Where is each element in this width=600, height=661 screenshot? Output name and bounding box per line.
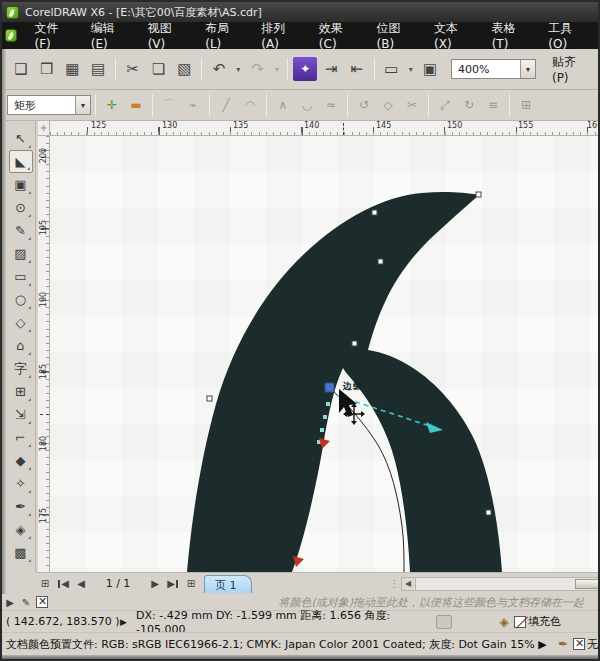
zoom-tool[interactable]: ⊙: [9, 196, 33, 219]
add-page-icon[interactable]: ⊞: [36, 575, 54, 593]
add-page-icon[interactable]: ⊞: [182, 575, 200, 593]
basic-shapes-tool[interactable]: ⌂: [9, 334, 33, 357]
add-node-icon[interactable]: ✛: [101, 94, 123, 116]
align-nodes-icon[interactable]: ≡: [482, 94, 504, 116]
print-icon[interactable]: ▤: [86, 57, 110, 81]
path-node[interactable]: [372, 210, 377, 215]
ruler-label: 195: [39, 220, 48, 236]
smooth-node-icon[interactable]: ◡: [296, 94, 318, 116]
shape-right-lobe: [343, 350, 502, 572]
last-page-button[interactable]: ▶: [164, 575, 182, 593]
scroll-left-icon[interactable]: ◀: [402, 578, 416, 590]
copy-icon[interactable]: ❏: [147, 57, 171, 81]
chevron-down-icon[interactable]: ▾: [520, 60, 535, 78]
crop-tool[interactable]: ▣: [9, 173, 33, 196]
reverse-direction-icon[interactable]: ↺: [353, 94, 375, 116]
expand-icon[interactable]: ▶: [2, 597, 18, 608]
status-bar: ( 142.672, 183.570 ) ▶ DX: -.429 mm DY: …: [2, 610, 598, 632]
preset-combo[interactable]: 矩形 ▾: [7, 95, 91, 115]
rotate-nodes-icon[interactable]: ↻: [458, 94, 480, 116]
outline-color-swatch[interactable]: [573, 638, 585, 650]
convert-to-curve-icon[interactable]: ◠: [239, 94, 261, 116]
separator: [347, 94, 348, 116]
path-node[interactable]: [486, 510, 491, 515]
polygon-tool[interactable]: ◇: [9, 311, 33, 334]
search-content-icon[interactable]: ✦: [293, 57, 317, 81]
stretch-nodes-icon[interactable]: ⤢: [434, 94, 456, 116]
cut-icon[interactable]: ✂: [121, 57, 145, 81]
ruler-origin[interactable]: ✛: [38, 121, 50, 136]
corel-draw-window: CorelDRAW X6 - [E:\其它00\百度素材\AS.cdr] 文件(…: [0, 0, 600, 661]
chevron-down-icon[interactable]: ▾: [75, 96, 90, 114]
outline-pen-tool[interactable]: ✒: [9, 495, 33, 518]
path-node[interactable]: [378, 259, 383, 264]
smart-fill-tool[interactable]: ▨: [9, 242, 33, 265]
separator: [201, 58, 202, 80]
ruler-label: 185: [39, 364, 48, 380]
interactive-fill-tool[interactable]: ▩: [9, 541, 33, 564]
delete-node-icon[interactable]: ▬: [125, 94, 147, 116]
close-curve-icon[interactable]: ◇: [377, 94, 399, 116]
ruler-label: 135: [233, 121, 248, 130]
outline-color-label: 无: [587, 637, 598, 652]
expand-icon[interactable]: ▶: [120, 617, 136, 627]
scrollbar-thumb[interactable]: [575, 579, 599, 589]
scrollbar-divider[interactable]: ⋮: [390, 578, 400, 589]
text-tool[interactable]: 字: [9, 357, 33, 380]
horizontal-ruler[interactable]: 125 130 135 140 145 150 155 160: [50, 121, 600, 136]
paste-icon[interactable]: ▧: [172, 57, 196, 81]
table-tool[interactable]: ⊞: [9, 380, 33, 403]
welcome-screen-icon[interactable]: ▣: [418, 57, 442, 81]
vertical-ruler[interactable]: 200 195 190 185 180 175: [38, 136, 50, 572]
next-page-button[interactable]: ▶: [146, 575, 164, 593]
fill-color-swatch[interactable]: [514, 616, 526, 628]
eyedropper-icon[interactable]: ✎: [18, 597, 34, 608]
symmetric-node-icon[interactable]: ≈: [320, 94, 342, 116]
join-nodes-icon[interactable]: ⌒: [158, 94, 180, 116]
ruler-label: 190: [39, 292, 48, 308]
cusp-node-icon[interactable]: ∧: [272, 94, 294, 116]
import-icon[interactable]: ⇥: [319, 57, 343, 81]
path-node[interactable]: [207, 396, 212, 401]
eyedropper-tool[interactable]: ✧: [9, 472, 33, 495]
convert-to-line-icon[interactable]: ╱: [215, 94, 237, 116]
undo-dropdown-icon[interactable]: ▾: [233, 57, 244, 81]
path-node[interactable]: [352, 341, 357, 346]
selected-node[interactable]: [325, 383, 334, 392]
shape-tool[interactable]: ◣: [9, 150, 33, 173]
fill-tool[interactable]: ◈: [9, 518, 33, 541]
extract-subpath-icon[interactable]: ✂: [401, 94, 423, 116]
undo-icon[interactable]: ↶: [207, 57, 231, 81]
launcher-dropdown-icon[interactable]: ▾: [405, 57, 416, 81]
application-launcher-icon[interactable]: ▭: [380, 57, 404, 81]
save-icon[interactable]: ▦: [60, 57, 84, 81]
snap-to-button[interactable]: 贴齐(P): [546, 51, 598, 88]
zoom-level-combo[interactable]: 400% ▾: [451, 59, 536, 79]
page-indicator: 1 / 1: [90, 577, 146, 590]
node-tooltip-label: 边缘: [343, 380, 363, 393]
first-page-button[interactable]: ◀: [54, 575, 72, 593]
ruler-label: 155: [518, 121, 533, 130]
freehand-tool[interactable]: ✎: [9, 219, 33, 242]
rectangle-tool[interactable]: ▭: [9, 265, 33, 288]
new-icon[interactable]: ❑: [9, 57, 33, 81]
pick-tool[interactable]: ↖: [9, 127, 33, 150]
previous-page-button[interactable]: ◀: [72, 575, 90, 593]
export-icon[interactable]: ⇤: [345, 57, 369, 81]
ruler-label: 130: [162, 121, 177, 130]
connector-tool[interactable]: ⌐: [9, 426, 33, 449]
no-color-swatch[interactable]: [36, 596, 48, 608]
redo-dropdown-icon[interactable]: ▾: [271, 57, 282, 81]
dimension-tool[interactable]: ⇲: [9, 403, 33, 426]
page-tab[interactable]: 页 1: [204, 575, 252, 593]
open-icon[interactable]: ❒: [35, 57, 59, 81]
ellipse-tool[interactable]: ○: [9, 288, 33, 311]
separator: [287, 58, 288, 80]
horizontal-scrollbar[interactable]: ◀: [401, 577, 600, 591]
drawing-canvas[interactable]: 边缘: [50, 136, 600, 572]
redo-icon[interactable]: ↷: [246, 57, 270, 81]
path-node[interactable]: [476, 192, 481, 197]
break-node-icon[interactable]: ⌁: [182, 94, 204, 116]
select-all-nodes-icon[interactable]: ⊞: [515, 94, 537, 116]
blend-tool[interactable]: ◆: [9, 449, 33, 472]
